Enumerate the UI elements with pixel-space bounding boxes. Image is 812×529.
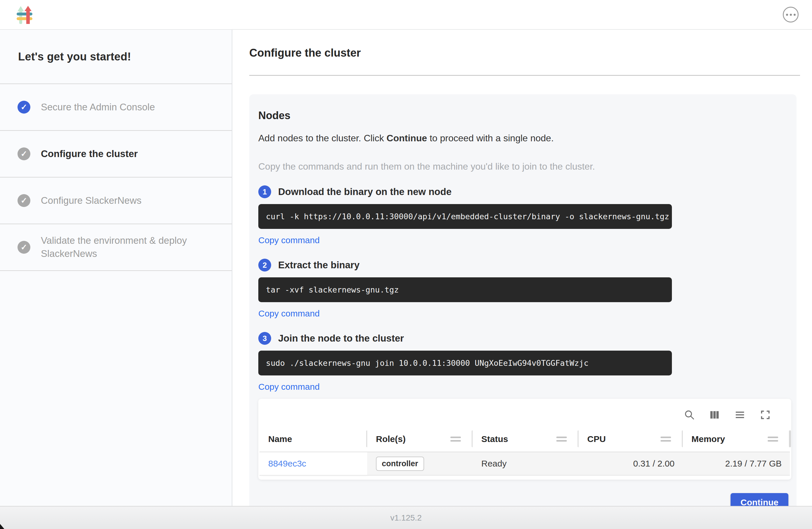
column-header-label: Memory: [692, 434, 725, 444]
column-drag-handle-icon[interactable]: [450, 437, 461, 441]
step-3-label: Join the node to the cluster: [278, 333, 404, 344]
node-status-cell: Ready: [473, 452, 579, 475]
continue-button[interactable]: Continue: [730, 493, 788, 506]
step-2-label: Extract the binary: [278, 259, 360, 271]
table-search-button[interactable]: [684, 409, 695, 420]
nodes-intro-text: Add nodes to the cluster. Click Continue…: [258, 133, 797, 144]
slackernews-logo-icon: [16, 5, 33, 24]
step-1-label: Download the binary on the new node: [278, 186, 451, 197]
setup-sidebar: Let's get you started! ✓ Secure the Admi…: [0, 30, 232, 506]
column-header-label: Role(s): [376, 434, 406, 444]
page-title: Configure the cluster: [249, 47, 800, 59]
ellipsis-icon: [790, 14, 792, 16]
sidebar-step-label: Secure the Admin Console: [41, 101, 155, 114]
column-header-status[interactable]: Status: [473, 426, 579, 452]
ellipsis-icon: [786, 14, 788, 16]
sidebar-title: Let's get you started!: [0, 30, 232, 84]
title-divider: [249, 75, 800, 76]
check-circle-icon: ✓: [17, 241, 30, 254]
table-fullscreen-button[interactable]: [760, 409, 771, 420]
step-3-number-badge: 3: [258, 332, 271, 345]
sidebar-step-label: Validate the environment & deploy Slacke…: [41, 234, 210, 260]
mouse-cursor: [0, 523, 5, 529]
more-options-button[interactable]: [783, 7, 799, 23]
nodes-table: Name Role(s) Status: [260, 426, 790, 475]
check-circle-icon: ✓: [17, 101, 30, 114]
step-2-copy-command-link[interactable]: Copy command: [258, 309, 320, 318]
step-1-header: 1 Download the binary on the new node: [258, 185, 797, 198]
footer: v1.125.2: [0, 506, 812, 529]
column-header-name[interactable]: Name: [260, 426, 367, 452]
sidebar-step-configure-slackernews[interactable]: ✓ Configure SlackerNews: [0, 177, 232, 224]
app-version: v1.125.2: [390, 513, 421, 523]
step-2-header: 2 Extract the binary: [258, 259, 797, 272]
step-2-command-block[interactable]: tar -xvf slackernews-gnu.tgz: [258, 277, 672, 302]
step-3-copy-command-link[interactable]: Copy command: [258, 382, 320, 392]
step-3-command-block[interactable]: sudo ./slackernews-gnu join 10.0.0.11:30…: [258, 351, 672, 375]
column-drag-handle-icon[interactable]: [768, 437, 778, 441]
column-header-label: CPU: [587, 434, 606, 444]
role-badge: controller: [376, 457, 424, 471]
intro-text-post: to proceed with a single node.: [427, 133, 554, 143]
intro-text-pre: Add nodes to the cluster. Click: [258, 133, 387, 143]
nodes-card-title: Nodes: [258, 110, 797, 122]
check-circle-icon: ✓: [17, 147, 30, 160]
table-header-row: Name Role(s) Status: [260, 426, 790, 452]
density-icon: [734, 409, 746, 420]
column-drag-handle-icon[interactable]: [661, 437, 671, 441]
step-3-header: 3 Join the node to the cluster: [258, 332, 797, 345]
column-header-cpu[interactable]: CPU: [579, 426, 683, 452]
step-2-number-badge: 2: [258, 259, 271, 272]
step-1-number-badge: 1: [258, 185, 271, 198]
node-memory-cell: 2.19 / 7.77 GB: [683, 452, 790, 475]
column-resize-handle[interactable]: [789, 430, 791, 447]
table-columns-button[interactable]: [709, 409, 720, 420]
intro-text-continue: Continue: [387, 133, 427, 143]
sidebar-step-validate-deploy[interactable]: ✓ Validate the environment & deploy Slac…: [0, 224, 232, 271]
fullscreen-icon: [760, 409, 771, 420]
node-name-cell: 8849ec3c: [260, 452, 367, 475]
copy-commands-hint: Copy the commands and run them on the ma…: [258, 161, 797, 172]
nodes-table-card: Name Role(s) Status: [258, 399, 791, 480]
node-roles-cell: controller: [367, 452, 473, 475]
sidebar-step-label: Configure the cluster: [41, 147, 138, 160]
node-cpu-cell: 0.31 / 2.00: [579, 452, 683, 475]
table-row: 8849ec3c controller Ready 0.31 / 2.00 2.…: [260, 452, 790, 475]
node-name-link[interactable]: 8849ec3c: [268, 459, 306, 468]
nodes-card: Nodes Add nodes to the cluster. Click Co…: [249, 94, 797, 506]
column-drag-handle-icon[interactable]: [556, 437, 567, 441]
sidebar-step-secure-admin-console[interactable]: ✓ Secure the Admin Console: [0, 84, 232, 131]
ellipsis-icon: [794, 14, 796, 16]
columns-icon: [709, 409, 720, 420]
step-1-copy-command-link[interactable]: Copy command: [258, 235, 320, 245]
top-bar: [0, 0, 812, 30]
main-layout: Let's get you started! ✓ Secure the Admi…: [0, 30, 812, 506]
step-1-command-block[interactable]: curl -k https://10.0.0.11:30000/api/v1/e…: [258, 204, 672, 229]
search-icon: [684, 409, 695, 420]
check-circle-icon: ✓: [17, 194, 30, 207]
main-content: Configure the cluster Nodes Add nodes to…: [232, 30, 812, 506]
table-toolbar: [258, 399, 791, 426]
sidebar-step-configure-cluster[interactable]: ✓ Configure the cluster: [0, 131, 232, 177]
column-header-memory[interactable]: Memory: [683, 426, 790, 452]
column-header-roles[interactable]: Role(s): [367, 426, 473, 452]
sidebar-step-label: Configure SlackerNews: [41, 194, 142, 207]
column-header-label: Name: [268, 434, 292, 444]
table-density-button[interactable]: [734, 409, 746, 420]
column-header-label: Status: [481, 434, 508, 444]
